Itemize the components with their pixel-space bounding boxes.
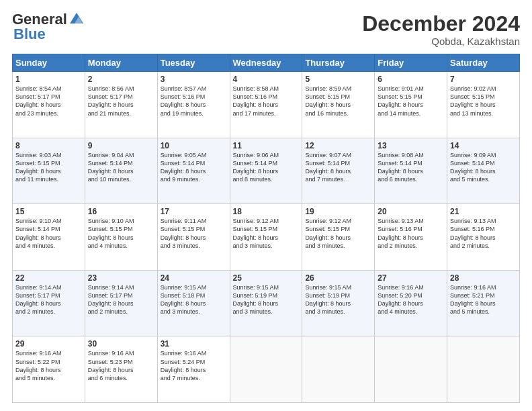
day-number: 1 [15, 75, 82, 84]
day-info: Sunrise: 8:59 AMSunset: 5:15 PMDaylight:… [305, 85, 371, 118]
day-info: Sunrise: 9:14 AMSunset: 5:17 PMDaylight:… [15, 283, 82, 316]
cell-week2-day4: 12Sunrise: 9:07 AMSunset: 5:14 PMDayligh… [302, 138, 375, 204]
cell-week2-day5: 13Sunrise: 9:08 AMSunset: 5:14 PMDayligh… [375, 138, 447, 204]
header: General Blue December 2024 Qobda, Kazakh… [12, 12, 520, 47]
cell-week2-day6: 14Sunrise: 9:09 AMSunset: 5:14 PMDayligh… [447, 138, 520, 204]
day-info: Sunrise: 8:58 AMSunset: 5:16 PMDaylight:… [233, 85, 300, 118]
page: General Blue December 2024 Qobda, Kazakh… [0, 0, 532, 411]
day-number: 20 [378, 207, 444, 216]
calendar-header-row: SundayMondayTuesdayWednesdayThursdayFrid… [13, 54, 520, 72]
day-info: Sunrise: 9:01 AMSunset: 5:15 PMDaylight:… [378, 85, 444, 118]
cell-week4-day6: 28Sunrise: 9:16 AMSunset: 5:21 PMDayligh… [447, 270, 520, 336]
day-info: Sunrise: 8:54 AMSunset: 5:17 PMDaylight:… [15, 85, 82, 118]
header-monday: Monday [85, 54, 157, 72]
day-number: 15 [15, 207, 82, 216]
day-number: 17 [161, 207, 227, 216]
day-info: Sunrise: 9:13 AMSunset: 5:16 PMDaylight:… [378, 217, 444, 250]
day-number: 25 [233, 273, 300, 283]
cell-week1-day4: 5Sunrise: 8:59 AMSunset: 5:15 PMDaylight… [302, 72, 375, 138]
day-info: Sunrise: 9:12 AMSunset: 5:15 PMDaylight:… [305, 217, 371, 250]
cell-week1-day0: 1Sunrise: 8:54 AMSunset: 5:17 PMDaylight… [13, 72, 85, 138]
cell-week4-day2: 24Sunrise: 9:15 AMSunset: 5:18 PMDayligh… [157, 270, 230, 336]
cell-week3-day1: 16Sunrise: 9:10 AMSunset: 5:15 PMDayligh… [85, 204, 157, 271]
cell-week2-day2: 10Sunrise: 9:05 AMSunset: 5:14 PMDayligh… [157, 138, 230, 204]
day-number: 21 [450, 207, 517, 216]
day-number: 30 [88, 339, 154, 349]
day-number: 11 [233, 141, 300, 150]
day-info: Sunrise: 9:13 AMSunset: 5:16 PMDaylight:… [450, 217, 517, 250]
day-info: Sunrise: 9:11 AMSunset: 5:15 PMDaylight:… [161, 217, 227, 250]
cell-week1-day3: 4Sunrise: 8:58 AMSunset: 5:16 PMDaylight… [230, 72, 302, 138]
header-saturday: Saturday [447, 54, 520, 72]
day-number: 24 [161, 273, 227, 283]
day-number: 6 [378, 75, 444, 84]
cell-week5-day1: 30Sunrise: 9:16 AMSunset: 5:23 PMDayligh… [85, 336, 157, 403]
day-number: 13 [378, 141, 444, 150]
cell-week1-day6: 7Sunrise: 9:02 AMSunset: 5:15 PMDaylight… [447, 72, 520, 138]
cell-week5-day4 [302, 336, 375, 403]
day-number: 28 [450, 273, 517, 283]
day-number: 23 [88, 273, 154, 283]
title-area: December 2024 Qobda, Kazakhstan [362, 12, 520, 47]
day-number: 4 [233, 75, 300, 84]
day-info: Sunrise: 9:16 AMSunset: 5:24 PMDaylight:… [161, 349, 227, 382]
logo-general-text: General [12, 12, 67, 27]
day-number: 16 [88, 207, 154, 216]
header-sunday: Sunday [13, 54, 85, 72]
day-number: 9 [88, 141, 154, 150]
cell-week5-day0: 29Sunrise: 9:16 AMSunset: 5:22 PMDayligh… [13, 336, 85, 403]
day-number: 29 [15, 339, 82, 349]
logo-blue-text: Blue [13, 27, 84, 42]
cell-week4-day3: 25Sunrise: 9:15 AMSunset: 5:19 PMDayligh… [230, 270, 302, 336]
header-friday: Friday [375, 54, 447, 72]
cell-week2-day0: 8Sunrise: 9:03 AMSunset: 5:15 PMDaylight… [13, 138, 85, 204]
day-number: 19 [305, 207, 371, 216]
cell-week4-day5: 27Sunrise: 9:16 AMSunset: 5:20 PMDayligh… [375, 270, 447, 336]
cell-week2-day1: 9Sunrise: 9:04 AMSunset: 5:14 PMDaylight… [85, 138, 157, 204]
day-number: 7 [450, 75, 517, 84]
logo: General Blue [12, 12, 84, 42]
day-number: 2 [88, 75, 154, 84]
cell-week3-day5: 20Sunrise: 9:13 AMSunset: 5:16 PMDayligh… [375, 204, 447, 271]
calendar-table: SundayMondayTuesdayWednesdayThursdayFrid… [12, 54, 520, 403]
day-info: Sunrise: 9:14 AMSunset: 5:17 PMDaylight:… [88, 283, 154, 316]
cell-week5-day6 [447, 336, 520, 403]
day-info: Sunrise: 9:16 AMSunset: 5:22 PMDaylight:… [15, 349, 82, 382]
week-row-3: 15Sunrise: 9:10 AMSunset: 5:14 PMDayligh… [13, 204, 520, 271]
day-info: Sunrise: 9:16 AMSunset: 5:23 PMDaylight:… [88, 349, 154, 382]
day-number: 31 [161, 339, 227, 349]
cell-week3-day3: 18Sunrise: 9:12 AMSunset: 5:15 PMDayligh… [230, 204, 302, 271]
day-number: 18 [233, 207, 300, 216]
logo-icon [69, 11, 84, 26]
day-info: Sunrise: 8:56 AMSunset: 5:17 PMDaylight:… [88, 85, 154, 118]
cell-week1-day5: 6Sunrise: 9:01 AMSunset: 5:15 PMDaylight… [375, 72, 447, 138]
day-info: Sunrise: 9:10 AMSunset: 5:14 PMDaylight:… [15, 217, 82, 250]
cell-week3-day2: 17Sunrise: 9:11 AMSunset: 5:15 PMDayligh… [157, 204, 230, 271]
day-number: 10 [161, 141, 227, 150]
cell-week5-day5 [375, 336, 447, 403]
day-info: Sunrise: 9:12 AMSunset: 5:15 PMDaylight:… [233, 217, 300, 250]
day-number: 27 [378, 273, 444, 283]
header-wednesday: Wednesday [230, 54, 302, 72]
day-info: Sunrise: 9:07 AMSunset: 5:14 PMDaylight:… [305, 151, 371, 184]
header-thursday: Thursday [302, 54, 375, 72]
day-number: 3 [161, 75, 227, 84]
cell-week3-day0: 15Sunrise: 9:10 AMSunset: 5:14 PMDayligh… [13, 204, 85, 271]
day-number: 26 [305, 273, 371, 283]
cell-week3-day6: 21Sunrise: 9:13 AMSunset: 5:16 PMDayligh… [447, 204, 520, 271]
day-number: 14 [450, 141, 517, 150]
day-info: Sunrise: 9:05 AMSunset: 5:14 PMDaylight:… [161, 151, 227, 184]
location: Qobda, Kazakhstan [362, 36, 520, 47]
day-info: Sunrise: 9:10 AMSunset: 5:15 PMDaylight:… [88, 217, 154, 250]
cell-week4-day1: 23Sunrise: 9:14 AMSunset: 5:17 PMDayligh… [85, 270, 157, 336]
header-tuesday: Tuesday [157, 54, 230, 72]
day-info: Sunrise: 9:15 AMSunset: 5:19 PMDaylight:… [233, 283, 300, 316]
week-row-5: 29Sunrise: 9:16 AMSunset: 5:22 PMDayligh… [13, 336, 520, 403]
cell-week4-day0: 22Sunrise: 9:14 AMSunset: 5:17 PMDayligh… [13, 270, 85, 336]
day-info: Sunrise: 9:09 AMSunset: 5:14 PMDaylight:… [450, 151, 517, 184]
day-number: 12 [305, 141, 371, 150]
cell-week1-day2: 3Sunrise: 8:57 AMSunset: 5:16 PMDaylight… [157, 72, 230, 138]
day-number: 8 [15, 141, 82, 150]
month-title: December 2024 [362, 12, 520, 36]
day-info: Sunrise: 9:16 AMSunset: 5:21 PMDaylight:… [450, 283, 517, 316]
